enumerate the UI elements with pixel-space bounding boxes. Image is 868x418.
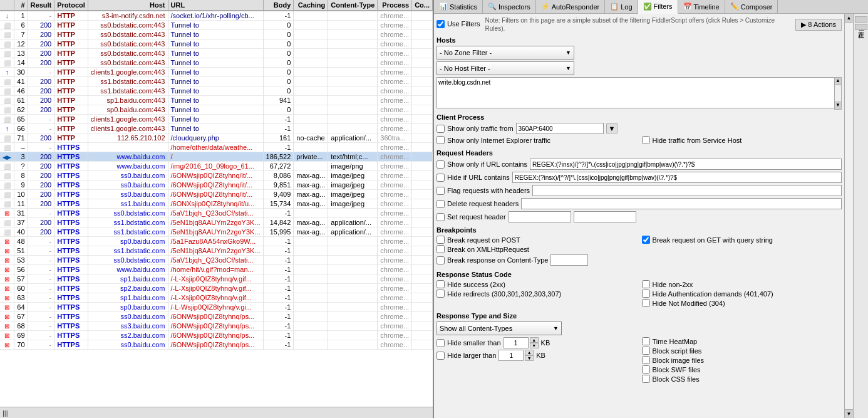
larger-input[interactable] (499, 350, 524, 361)
col-caching[interactable]: Caching (294, 0, 328, 11)
break-xml-checkbox[interactable] (437, 245, 445, 253)
tab-inspectors[interactable]: 🔍 Inspectors (483, 0, 536, 13)
col-protocol[interactable]: Protocol (54, 0, 88, 11)
block-script-checkbox[interactable] (642, 347, 650, 355)
tab-autoresponder[interactable]: ⚡ AutoResponder (536, 0, 605, 13)
content-type-dropdown[interactable]: Show all Content-Types ▼ (437, 321, 562, 335)
table-row[interactable]: ⬜71200HTTP112.65.210.102/cloudquery.php1… (0, 133, 433, 143)
break-response-input[interactable] (550, 254, 588, 266)
table-row[interactable]: ⊠51-HTTPSss1.bdstatic.com/5eN1bjq8AAUYm2… (0, 246, 433, 256)
hosts-textarea[interactable]: write.blog.csdn.net (437, 77, 842, 108)
table-row[interactable]: ⬜37200HTTPSss1.bdstatic.com/5eN1bjq8AAUY… (0, 218, 433, 227)
hide-non2xx-checkbox[interactable] (642, 280, 650, 288)
table-row[interactable]: ⊠64-HTTPSsp0.baidu.com/-L-Wsjip0QIZ8tyhn… (0, 303, 433, 312)
hide-url-input[interactable] (512, 172, 842, 183)
hide-success-checkbox[interactable] (437, 280, 445, 288)
table-row[interactable]: ⊠63-HTTPSsp1.baidu.com/-L-Xsjip0QIZ8tyhn… (0, 293, 433, 303)
set-header-checkbox[interactable] (437, 213, 445, 221)
larger-down-btn[interactable]: ▼ (525, 355, 534, 361)
table-row[interactable]: ⊠70-HTTPSss0.baidu.com/6ONWsjip0QIZ8tyhn… (0, 340, 433, 350)
tab-timeline[interactable]: 📅 Timeline (678, 0, 725, 13)
col-content-type[interactable]: Content-Type (328, 0, 378, 11)
actions-button[interactable]: ▶ 8 Actions (795, 19, 842, 31)
break-response-checkbox[interactable] (437, 256, 445, 264)
table-row[interactable]: ⬜40200HTTPSss1.bdstatic.com/5eN1bjq8AAUY… (0, 227, 433, 237)
table-row[interactable]: ⊠68-HTTPSss3.baidu.com/6ONWsjip0QIZ8tyhn… (0, 321, 433, 331)
table-row[interactable]: ⬜14200HTTPss0.bdstatic.com:443Tunnel to0… (0, 58, 433, 68)
tab-log[interactable]: 📋 Log (605, 0, 638, 13)
table-row[interactable]: ⬜8200HTTPSss0.baidu.com/6ONWsjip0QIZ8tyh… (0, 171, 433, 180)
hide-not-modified-checkbox[interactable] (642, 299, 650, 307)
col-process[interactable]: Process (378, 0, 412, 11)
table-row[interactable]: ⬜41200HTTPss1.bdstatic.com:443Tunnel to0… (0, 77, 433, 86)
table-row[interactable]: ⬜46200HTTPss1.bdstatic.com:443Tunnel to0… (0, 86, 433, 96)
hide-auth-checkbox[interactable] (642, 290, 650, 298)
table-row[interactable]: ⊠31-HTTPSss0.bdstatic.com/5aV1bjqh_Q23od… (0, 209, 433, 218)
table-row[interactable]: ⬜11200HTTPSss1.baidu.com/6ONXsjip0QIZ8ty… (0, 199, 433, 209)
show-traffic-checkbox[interactable] (437, 125, 445, 133)
set-header-value-input[interactable] (574, 211, 636, 222)
time-heatmap-checkbox[interactable] (642, 337, 650, 345)
chinese-btn-1[interactable]: 正在 (855, 16, 867, 23)
table-row[interactable]: ⬜7200HTTPss0.bdstatic.com:443Tunnel to0c… (0, 30, 433, 39)
table-row[interactable]: ⊠57-HTTPSsp1.baidu.com/-L-Xsjip0QIZ8tyhn… (0, 274, 433, 284)
col-num[interactable]: # (14, 0, 28, 11)
table-row[interactable]: ◀▶3200HTTPSwww.baidu.com/186,522private.… (0, 152, 433, 162)
table-row[interactable]: ⬜62200HTTPsp0.baidu.com:443Tunnel to0chr… (0, 105, 433, 115)
hide-smaller-checkbox[interactable] (437, 339, 445, 347)
table-row[interactable]: ⊠60-HTTPSsp2.baidu.com/-L-Xsjip0QIZ8tyhn… (0, 284, 433, 293)
ie-traffic-checkbox[interactable] (437, 136, 445, 144)
hide-service-checkbox[interactable] (642, 136, 650, 144)
process-input[interactable] (516, 123, 604, 134)
table-row[interactable]: ↑30-HTTPclients1.google.com:443Tunnel to… (0, 68, 433, 77)
delete-headers-input[interactable] (521, 198, 842, 209)
block-image-checkbox[interactable] (642, 356, 650, 364)
break-get-checkbox[interactable] (642, 236, 650, 244)
table-row[interactable]: ⬜61200HTTPsp1.baidu.com:443Tunnel to941c… (0, 96, 433, 105)
tab-statistics[interactable]: 📊 Statistics (434, 0, 483, 13)
block-swf-checkbox[interactable] (642, 365, 650, 374)
table-row[interactable]: ⊠69-HTTPSss2.baidu.com/6ONWsjip0QIZ8tyhn… (0, 331, 433, 340)
flag-headers-input[interactable] (532, 185, 842, 196)
tab-filters[interactable]: ✅ Filters (638, 0, 678, 14)
flag-headers-checkbox[interactable] (437, 187, 445, 195)
table-row[interactable]: ⬜13200HTTPss0.bdstatic.com:443Tunnel to0… (0, 49, 433, 58)
smaller-up-btn[interactable]: ▲ (530, 337, 539, 343)
scroll-down-btn[interactable]: ▼ (845, 409, 853, 418)
table-row[interactable]: ↓1-HTTPs3-im-notify.csdn.net/socket.io/1… (0, 11, 433, 21)
smaller-input[interactable] (504, 337, 529, 348)
hide-larger-checkbox[interactable] (437, 352, 445, 360)
show-url-checkbox[interactable] (437, 160, 445, 169)
table-row[interactable]: ⊠53-HTTPSss0.bdstatic.com/5aV1bjqh_Q23od… (0, 256, 433, 265)
table-row[interactable]: ⊠67-HTTPSss0.baidu.com/6ONWsjip0QIZ8tyhn… (0, 312, 433, 321)
process-dropdown-arrow[interactable]: ▼ (606, 123, 618, 133)
zone-filter-dropdown[interactable]: - No Zone Filter - ▼ (437, 46, 574, 60)
hide-url-checkbox[interactable] (437, 174, 445, 182)
smaller-down-btn[interactable]: ▼ (530, 343, 539, 348)
table-row[interactable]: ⬜10200HTTPSss0.baidu.com/6ONWsjip0QIZ8ty… (0, 190, 433, 199)
delete-headers-checkbox[interactable] (437, 200, 445, 208)
tab-composer[interactable]: ✏️ Composer (725, 0, 778, 13)
set-header-name-input[interactable] (509, 211, 571, 222)
use-filters-checkbox[interactable] (437, 20, 445, 28)
table-row[interactable]: ↑66-HTTPclients1.google.com:443Tunnel to… (0, 124, 433, 133)
right-scrollbar[interactable]: ▲ ▼ (844, 14, 853, 418)
scroll-up-btn[interactable]: ▲ (845, 14, 853, 23)
table-row[interactable]: ⬜?200HTTPSwww.baidu.com/img/2016_10_09lo… (0, 162, 433, 171)
host-filter-dropdown[interactable]: - No Host Filter - ▼ (437, 61, 574, 75)
hide-redirects-checkbox[interactable] (437, 290, 445, 298)
col-url[interactable]: URL (168, 0, 263, 11)
col-result[interactable]: Result (28, 0, 54, 11)
block-css-checkbox[interactable] (642, 375, 650, 383)
show-url-input[interactable] (530, 159, 842, 170)
table-row[interactable]: ⬜9200HTTPSss0.baidu.com/6ONWsjip0QIZ8tyh… (0, 180, 433, 190)
table-row[interactable]: ⬜12200HTTPss0.bdstatic.com:443Tunnel to0… (0, 39, 433, 49)
session-table[interactable]: # Result Protocol Host URL Body Caching … (0, 0, 433, 407)
table-row[interactable]: ⊠48-HTTPSsp0.baidu.com/5a1Fazu8AA54nxGko… (0, 237, 433, 246)
chinese-btn-2[interactable]: 正在 (855, 24, 867, 30)
col-body[interactable]: Body (263, 0, 294, 11)
table-row[interactable]: ⬜6200HTTPss0.bdstatic.com:443Tunnel to0c… (0, 21, 433, 30)
col-host[interactable]: Host (88, 0, 168, 11)
break-post-checkbox[interactable] (437, 236, 445, 244)
col-co[interactable]: Co... (412, 0, 433, 11)
